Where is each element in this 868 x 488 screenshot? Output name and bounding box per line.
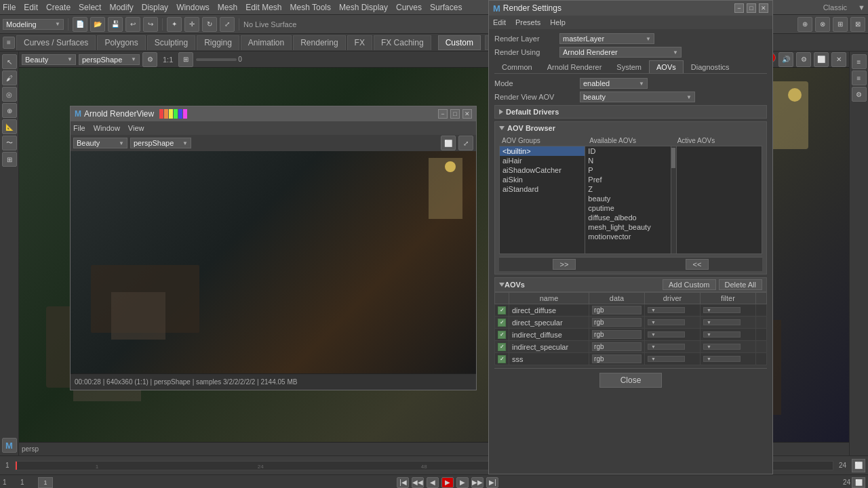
aov-checkbox-4[interactable]: ✓ [498, 355, 506, 363]
render-using-dropdown[interactable]: Arnold Renderer ▼ [559, 47, 682, 58]
snap-btn1[interactable]: ⊕ [797, 17, 812, 32]
maximize-btn[interactable]: □ [450, 109, 460, 119]
menu-edit[interactable]: Edit [24, 3, 38, 12]
aov-scrollbar[interactable] [671, 146, 676, 253]
channel-box-icon[interactable]: ≡ [852, 54, 867, 69]
menu-windows[interactable]: Windows [176, 3, 210, 12]
viewport-shape-dropdown[interactable]: perspShape ▼ [79, 54, 140, 65]
aov-Z[interactable]: Z [585, 184, 670, 194]
rv-menu-view[interactable]: View [128, 124, 144, 132]
tab-system[interactable]: System [609, 60, 649, 73]
aov-row-name-3[interactable]: indirect_specular [509, 341, 589, 353]
snap-btn3[interactable]: ⊞ [833, 17, 848, 32]
rotate-btn[interactable]: ↻ [202, 17, 217, 32]
aov-diffuse-albedo[interactable]: diffuse_albedo [585, 213, 670, 222]
add-custom-btn[interactable]: Add Custom [663, 279, 716, 290]
aov-browser-header[interactable]: AOV Browser [495, 122, 766, 134]
available-aovs-list[interactable]: ID N P Pref Z beauty cputime diffuse_alb… [585, 146, 670, 253]
end-frame-btn[interactable]: ⬜ [852, 477, 865, 488]
aov-row-name-4[interactable]: sss [509, 353, 589, 365]
mode-dropdown[interactable]: enabled ▼ [580, 78, 648, 89]
tab-rigging[interactable]: Rigging [197, 35, 239, 50]
tab-custom[interactable]: Custom [438, 35, 481, 50]
aov-row-name-0[interactable]: direct_diffuse [509, 304, 589, 317]
aov-groups-list[interactable]: <builtin> aiHair aiShadowCatcher aiSkin … [500, 146, 585, 253]
viewport-camera-dropdown[interactable]: Beauty ▼ [22, 54, 76, 65]
move-btn[interactable]: ✛ [184, 17, 199, 32]
aov-mesh-light-beauty[interactable]: mesh_light_beauty [585, 222, 670, 232]
tab-rendering[interactable]: Rendering [293, 35, 345, 50]
rs-close-button[interactable]: Close [599, 373, 663, 388]
workspace-dropdown[interactable]: Modeling ▼ [3, 19, 64, 30]
aov-data-dropdown-1[interactable]: rgb [592, 318, 642, 327]
skip-end-btn[interactable]: ▶| [486, 477, 498, 488]
viewport-fit-btn[interactable]: ⊞ [178, 52, 193, 67]
aov-checkbox-2[interactable]: ✓ [498, 331, 506, 339]
aov-motionvector[interactable]: motionvector [585, 232, 670, 241]
aov-ID[interactable]: ID [585, 146, 670, 156]
skip-start-btn[interactable]: |◀ [397, 477, 409, 488]
snap-tool-icon[interactable]: ⊕ [2, 103, 17, 118]
aov-filter-dropdown-2[interactable]: ▼ [703, 331, 741, 338]
attribute-editor-icon[interactable]: ≡ [852, 70, 867, 85]
redo-btn[interactable]: ↪ [143, 17, 158, 32]
aov-driver-dropdown-4[interactable]: ▼ [648, 356, 685, 362]
menu-mesh-tools[interactable]: Mesh Tools [290, 3, 331, 12]
aov-group-aiStandard[interactable]: aiStandard [500, 184, 585, 194]
audio-btn[interactable]: 🔊 [778, 52, 793, 67]
add-aov-btn[interactable]: >> [553, 259, 576, 270]
curve-tool-icon[interactable]: 〜 [2, 136, 17, 150]
tab-arnold-renderer[interactable]: Arnold Renderer [540, 60, 610, 73]
aov-P[interactable]: P [585, 165, 670, 175]
select-btn[interactable]: ✦ [167, 17, 182, 32]
sculpt-tool-icon[interactable]: ◎ [2, 87, 17, 102]
menu-edit-mesh[interactable]: Edit Mesh [245, 3, 281, 12]
aov-group-aiHair[interactable]: aiHair [500, 156, 585, 165]
aov-filter-dropdown-4[interactable]: ▼ [703, 356, 741, 362]
rs-maximize-btn[interactable]: □ [747, 3, 756, 13]
rv-camera-dropdown[interactable]: Beauty ▼ [73, 138, 127, 148]
menu-file[interactable]: File [3, 3, 16, 12]
undo-btn[interactable]: ↩ [125, 17, 140, 32]
aov-driver-dropdown-2[interactable]: ▼ [648, 331, 685, 338]
rs-menu-edit[interactable]: Edit [493, 18, 506, 26]
default-drivers-header[interactable]: Default Drivers [495, 106, 766, 118]
aov-data-dropdown-2[interactable]: rgb [592, 330, 642, 339]
aov-row-name-2[interactable]: indirect_diffuse [509, 329, 589, 341]
tab-animation[interactable]: Animation [241, 35, 292, 50]
aov-Pref[interactable]: Pref [585, 175, 670, 184]
menu-mesh[interactable]: Mesh [218, 3, 237, 12]
next-btn[interactable]: ▶ [456, 477, 469, 488]
measure-tool-icon[interactable]: 📐 [2, 119, 17, 134]
paint-tool-icon[interactable]: 🖌 [2, 70, 17, 85]
toggle-sidebar-btn[interactable]: ≡ [3, 37, 15, 49]
menu-modify[interactable]: Modify [109, 3, 133, 12]
aov-cputime[interactable]: cputime [585, 203, 670, 213]
aov-checkbox-1[interactable]: ✓ [498, 319, 506, 327]
viewport-settings-btn[interactable]: ⚙ [796, 52, 811, 67]
aov-group-builtin[interactable]: <builtin> [500, 146, 585, 156]
rv-menu-window[interactable]: Window [94, 124, 120, 132]
minimize-btn[interactable]: − [438, 109, 448, 119]
rs-minimize-btn[interactable]: − [734, 3, 744, 13]
frame-end-btn[interactable]: ⬜ [852, 459, 865, 472]
scale-btn[interactable]: ⤢ [220, 17, 235, 32]
viewport-close-btn[interactable]: ✕ [831, 52, 846, 67]
tab-polygons[interactable]: Polygons [97, 35, 145, 50]
new-scene-btn[interactable]: 📄 [73, 17, 87, 32]
rs-menu-presets[interactable]: Presets [515, 18, 540, 26]
viewport-options-btn[interactable]: ⚙ [142, 52, 157, 67]
aov-row-name-1[interactable]: direct_specular [509, 317, 589, 329]
snap-btn2[interactable]: ⊗ [815, 17, 830, 32]
rs-close-btn[interactable]: ✕ [759, 3, 768, 13]
render-view-aov-dropdown[interactable]: beauty ▼ [580, 92, 695, 102]
tool-settings-icon[interactable]: ⚙ [852, 87, 867, 102]
prev-frame-btn[interactable]: ◀◀ [412, 477, 424, 488]
play-btn[interactable]: ▶ [441, 477, 454, 488]
aov-data-dropdown-3[interactable]: rgb [592, 342, 642, 351]
remove-aov-btn[interactable]: << [686, 259, 709, 270]
tab-sculpting[interactable]: Sculpting [147, 35, 195, 50]
aov-filter-dropdown-1[interactable]: ▼ [703, 319, 741, 325]
menu-create[interactable]: Create [46, 3, 71, 12]
aov-driver-dropdown-1[interactable]: ▼ [648, 319, 685, 325]
